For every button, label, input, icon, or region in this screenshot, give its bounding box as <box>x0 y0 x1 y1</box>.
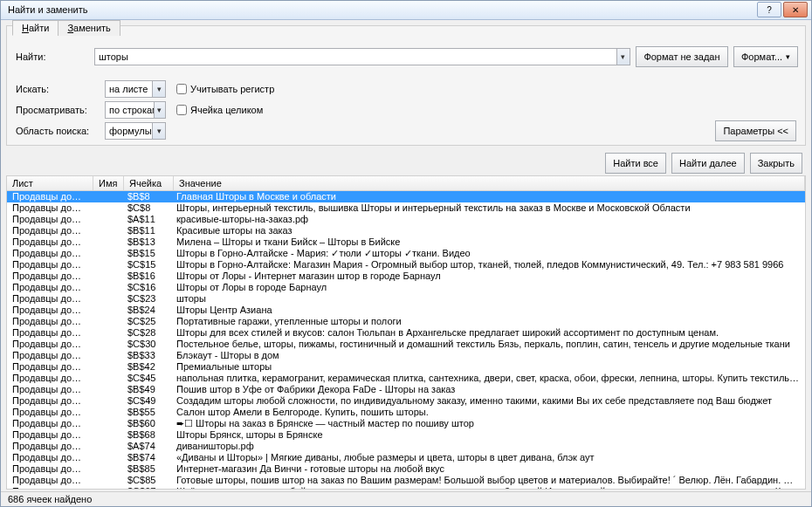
chevron-down-icon[interactable] <box>616 49 630 65</box>
cell-ref: $B$85 <box>122 463 171 474</box>
cell-ref: $B$11 <box>122 225 171 236</box>
close-window-button[interactable]: ✕ <box>783 2 808 17</box>
cell-sheet: Продавцы домашн... <box>7 452 93 462</box>
table-row[interactable]: Продавцы домашн...$C$45напольная плитка,… <box>7 373 805 384</box>
parameters-button[interactable]: Параметры << <box>715 120 796 141</box>
cell-sheet: Продавцы домашн... <box>7 361 93 372</box>
cell-ref: $B$8 <box>122 191 171 202</box>
table-row[interactable]: Продавцы домашн...$B$74«Диваны и Шторы» … <box>7 452 805 463</box>
cell-sheet: Продавцы домашн... <box>7 441 93 451</box>
cell-ref: $C$45 <box>122 373 171 383</box>
table-row[interactable]: Продавцы домашн...$C$30Постельное белье,… <box>7 339 805 350</box>
cell-sheet: Продавцы домашн... <box>7 282 93 292</box>
chevron-down-icon[interactable] <box>154 102 165 118</box>
cell-value: Красивые шторы на заказ <box>171 225 805 236</box>
col-value[interactable]: Значение <box>174 176 805 190</box>
window-title: Найти и заменить <box>8 4 87 15</box>
find-next-button[interactable]: Найти далее <box>671 153 745 174</box>
cell-ref: $B$15 <box>122 248 171 258</box>
cell-ref: $C$85 <box>122 475 171 485</box>
table-row[interactable]: Продавцы домашн...$B$24Шторы Центр Азиан… <box>7 305 805 316</box>
titlebar: Найти и заменить ? ✕ <box>1 1 811 20</box>
cell-value: Салон штор Амели в Белгороде. Купить, по… <box>171 407 805 417</box>
table-row[interactable]: Продавцы домашн...$C$8Шторы, интерьерный… <box>7 202 805 214</box>
cell-value: красивые-шторы-на-заказ.рф <box>171 214 805 224</box>
cell-ref: $C$15 <box>122 259 171 270</box>
find-input[interactable]: шторы <box>94 48 630 65</box>
table-row[interactable]: Продавцы домашн...$C$23шторы <box>7 293 805 305</box>
match-case-label: Учитывать регистр <box>190 84 274 94</box>
table-row[interactable]: Продавцы домашн...$C$15Шторы в Горно-Алт… <box>7 259 805 271</box>
table-row[interactable]: Продавцы домашн...$B$60➨☐ Шторы на заказ… <box>7 418 805 429</box>
table-row[interactable]: Продавцы домашн...$B$33Блэкаут - Шторы в… <box>7 350 805 361</box>
table-row[interactable]: Продавцы домашн...$B$55Салон штор Амели … <box>7 407 805 418</box>
find-all-button[interactable]: Найти все <box>605 153 666 174</box>
cell-value: Шторы от Лоры в городе Барнаул <box>171 282 805 292</box>
table-row[interactable]: Продавцы домашн...$B$42Премиальные шторы <box>7 361 805 373</box>
cell-value: Интернет-магазин Да Винчи - готовые штор… <box>171 463 805 474</box>
cell-value: Шторы Брянск, шторы в Брянске <box>171 429 805 440</box>
cell-sheet: Продавцы домашн... <box>7 475 93 485</box>
cell-ref: $B$68 <box>122 429 171 440</box>
tab-replace[interactable]: Заменить <box>58 20 120 36</box>
table-row[interactable]: Продавцы домашн...$B$15Шторы в Горно-Алт… <box>7 248 805 259</box>
close-button[interactable]: Закрыть <box>750 153 802 174</box>
cell-value: ➨☐ Шторы на заказ в Брянске — частный ма… <box>171 418 805 429</box>
table-row[interactable]: Продавцы домашн...$C$16Шторы от Лоры в г… <box>7 282 805 293</box>
format-button[interactable]: Формат...▾ <box>733 46 798 67</box>
table-row[interactable]: Продавцы домашн...$A$11красивые-шторы-на… <box>7 214 805 225</box>
table-row[interactable]: Продавцы домашн...$C$97Шьём шторы на зак… <box>7 486 805 489</box>
cell-value: Премиальные шторы <box>171 361 805 372</box>
results-body[interactable]: Продавцы домашн...$B$8Главная Шторы в Мо… <box>7 191 805 489</box>
tab-find[interactable]: Найти <box>12 20 58 36</box>
cell-value: Шторы в Горно-Алтайске - Мария: ✓тюли ✓ш… <box>171 248 805 259</box>
match-case-checkbox[interactable] <box>176 84 187 94</box>
table-row[interactable]: Продавцы домашн...$B$16Шторы от Лоры - И… <box>7 271 805 282</box>
search-region-dropdown[interactable]: формулы <box>105 122 166 140</box>
table-row[interactable]: Продавцы домашн...$C$85Готовые шторы, по… <box>7 475 805 486</box>
cell-ref: $A$74 <box>122 441 171 451</box>
table-row[interactable]: Продавцы домашн...$B$68Шторы Брянск, што… <box>7 429 805 441</box>
col-name[interactable]: Имя <box>93 176 124 190</box>
cell-sheet: Продавцы домашн... <box>7 418 93 428</box>
cell-value: напольная плитка, керамогранит, керамиче… <box>171 373 805 383</box>
chevron-down-icon[interactable]: ▾ <box>786 52 790 61</box>
table-row[interactable]: Продавцы домашн...$B$8Главная Шторы в Мо… <box>7 191 805 202</box>
whole-cell-checkbox[interactable] <box>176 105 187 115</box>
cell-sheet: Продавцы домашн... <box>7 202 93 213</box>
cell-value: Создадим шторы любой сложности, по индив… <box>171 395 805 406</box>
cell-sheet: Продавцы домашн... <box>7 271 93 281</box>
cell-sheet: Продавцы домашн... <box>7 339 93 349</box>
chevron-down-icon[interactable] <box>152 123 165 139</box>
help-button[interactable]: ? <box>757 2 781 17</box>
cell-value: Главная Шторы в Москве и области <box>171 191 805 202</box>
table-row[interactable]: Продавцы домашн...$B$13Милена – Шторы и … <box>7 236 805 248</box>
cell-sheet: Продавцы домашн... <box>7 236 93 247</box>
cell-value: Милена – Шторы и ткани Бийск – Шторы в Б… <box>171 236 805 247</box>
table-row[interactable]: Продавцы домашн...$C$49Создадим шторы лю… <box>7 395 805 407</box>
look-by-dropdown[interactable]: по строкам <box>105 101 166 119</box>
table-row[interactable]: Продавцы домашн...$C$28Шторы для всех ст… <box>7 327 805 339</box>
search-label: Искать: <box>16 84 100 94</box>
search-in-dropdown[interactable]: на листе <box>105 80 166 98</box>
cell-value: «Диваны и Шторы» | Мягкие диваны, любые … <box>171 452 805 462</box>
cell-ref: $B$24 <box>122 305 171 315</box>
table-row[interactable]: Продавцы домашн...$B$11Красивые шторы на… <box>7 225 805 236</box>
cell-value: Шьём шторы на заказ любой сложности по и… <box>171 486 805 489</box>
cell-ref: $C$16 <box>122 282 171 292</box>
cell-sheet: Продавцы домашн... <box>7 191 93 202</box>
cell-ref: $C$30 <box>122 339 171 349</box>
cell-sheet: Продавцы домашн... <box>7 259 93 270</box>
col-cell[interactable]: Ячейка <box>124 176 174 190</box>
table-row[interactable]: Продавцы домашн...$C$25Портативные гараж… <box>7 316 805 327</box>
cell-ref: $B$74 <box>122 452 171 462</box>
table-row[interactable]: Продавцы домашн...$A$74диваништоры.рф <box>7 441 805 452</box>
find-label: Найти: <box>16 51 89 62</box>
table-row[interactable]: Продавцы домашн...$B$49Пошив штор в Уфе … <box>7 384 805 395</box>
format-not-set-button[interactable]: Формат не задан <box>636 46 728 67</box>
cell-ref: $B$55 <box>122 407 171 417</box>
region-label: Область поиска: <box>16 126 100 136</box>
chevron-down-icon[interactable] <box>152 81 165 97</box>
col-sheet[interactable]: Лист <box>7 176 93 190</box>
table-row[interactable]: Продавцы домашн...$B$85Интернет-магазин … <box>7 463 805 475</box>
